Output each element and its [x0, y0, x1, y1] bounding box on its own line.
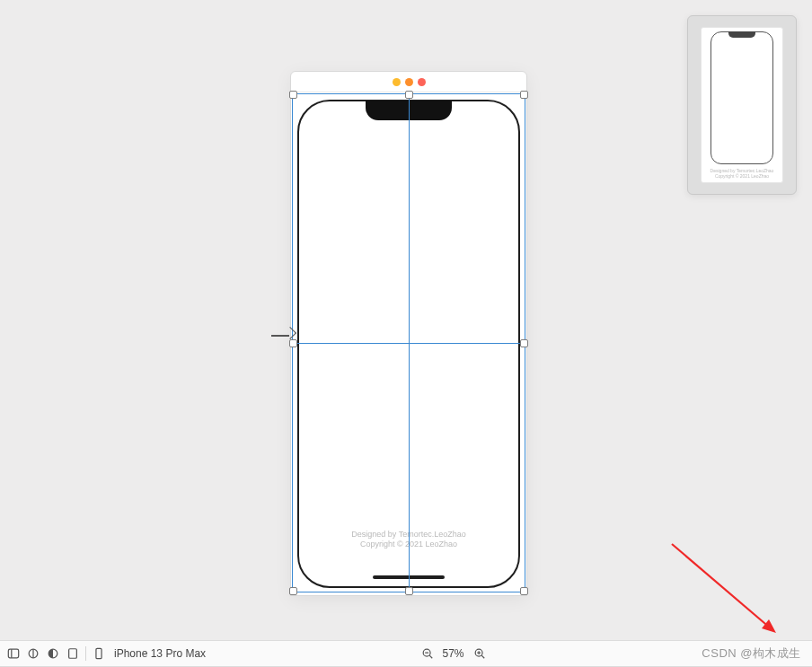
svg-line-13 [672, 544, 771, 628]
preview-content: Designed by Temortec.LeoZhao Copyright ©… [701, 27, 783, 183]
credits-line: Copyright © 2021 LeoZhao [299, 540, 518, 550]
simulator-titlebar[interactable] [291, 72, 526, 92]
preview-credits-line: Copyright © 2021 LeoZhao [710, 173, 774, 179]
tablet-icon[interactable] [63, 645, 83, 663]
phone-icon[interactable] [89, 645, 109, 663]
close-icon[interactable] [393, 78, 401, 86]
device-label[interactable]: iPhone 13 Pro Max [114, 647, 206, 660]
device-shell: Designed by Temortec.LeoZhao Copyright ©… [291, 92, 526, 595]
svg-rect-5 [96, 648, 102, 658]
svg-line-10 [481, 655, 484, 658]
zoom-controls: 57% [418, 645, 490, 663]
panel-left-icon[interactable] [4, 645, 23, 663]
svg-rect-0 [8, 649, 18, 658]
svg-marker-14 [762, 619, 776, 633]
preview-device-frame [710, 31, 773, 164]
preview-thumbnail[interactable]: Designed by Temortec.LeoZhao Copyright ©… [687, 15, 797, 195]
preview-device-notch [728, 31, 755, 38]
zoom-in-icon[interactable] [470, 645, 490, 663]
minimize-icon[interactable] [405, 78, 413, 86]
svg-line-7 [429, 655, 432, 658]
contrast-circle-icon[interactable] [23, 645, 43, 663]
zoom-out-icon[interactable] [418, 645, 437, 663]
device-frame: Designed by Temortec.LeoZhao Copyright ©… [297, 100, 520, 588]
device-notch [366, 101, 452, 120]
home-indicator [373, 575, 445, 579]
credits-line: Designed by Temortec.LeoZhao [299, 530, 518, 540]
launch-credits: Designed by Temortec.LeoZhao Copyright ©… [299, 530, 518, 550]
annotation-arrow-icon [665, 537, 790, 645]
bottom-toolbar: iPhone 13 Pro Max 57% [0, 640, 812, 667]
svg-rect-4 [69, 649, 77, 659]
zoom-value[interactable]: 57% [443, 647, 464, 660]
preview-credits: Designed by Temortec.LeoZhao Copyright ©… [710, 168, 774, 179]
simulator-window: Designed by Temortec.LeoZhao Copyright ©… [290, 71, 527, 596]
maximize-icon[interactable] [418, 78, 426, 86]
dark-mode-icon[interactable] [43, 645, 63, 663]
toolbar-separator [85, 646, 86, 661]
